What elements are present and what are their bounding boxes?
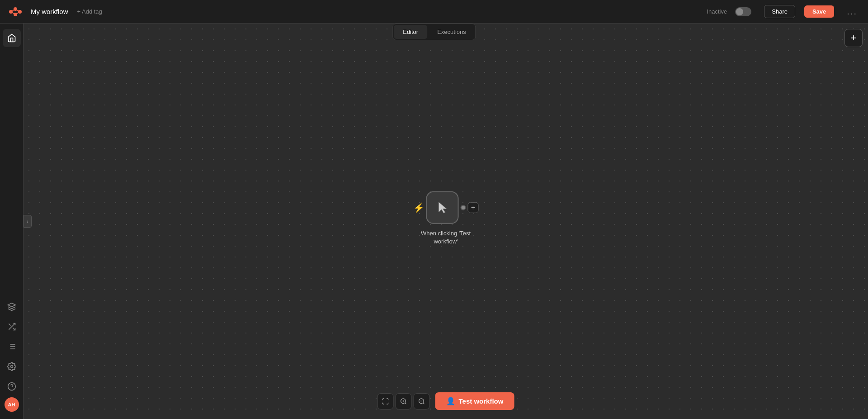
node-add-button[interactable]: + bbox=[468, 202, 479, 213]
bottom-toolbar: 👤 Test workflow bbox=[377, 392, 514, 410]
node-label: When clicking 'Test workflow' bbox=[414, 229, 477, 246]
zoom-in-button[interactable] bbox=[396, 393, 412, 409]
app-logo bbox=[7, 4, 24, 20]
sidebar-item-shuffle[interactable] bbox=[3, 318, 21, 336]
canvas-plus-icon: + bbox=[851, 32, 857, 44]
workflow-node-wrapper: ⚡ + When clicking 'Test workflow' bbox=[413, 191, 479, 246]
trigger-node[interactable] bbox=[426, 191, 459, 224]
share-button[interactable]: Share bbox=[764, 5, 795, 18]
add-tag-button[interactable]: + Add tag bbox=[74, 6, 106, 17]
sidebar-item-home[interactable] bbox=[3, 29, 21, 47]
save-button[interactable]: Save bbox=[804, 5, 834, 18]
svg-line-22 bbox=[405, 403, 406, 404]
test-workflow-icon: 👤 bbox=[446, 397, 455, 405]
main-area: AH › + ⚡ + When cl bbox=[0, 24, 868, 419]
canvas-add-button[interactable]: + bbox=[844, 29, 863, 47]
toggle-knob bbox=[736, 8, 743, 15]
zoom-out-button[interactable] bbox=[414, 393, 430, 409]
zoom-out-icon bbox=[418, 398, 425, 405]
inactive-label: Inactive bbox=[707, 8, 727, 15]
sidebar-item-list[interactable] bbox=[3, 338, 21, 356]
sidebar-item-settings[interactable] bbox=[3, 357, 21, 376]
avatar-initials: AH bbox=[8, 402, 15, 407]
sidebar-item-help[interactable] bbox=[3, 377, 21, 395]
user-avatar[interactable]: AH bbox=[5, 397, 19, 412]
node-add-icon: + bbox=[471, 204, 475, 212]
fit-view-button[interactable] bbox=[377, 393, 394, 409]
test-workflow-button[interactable]: 👤 Test workflow bbox=[435, 392, 514, 410]
zoom-controls bbox=[377, 393, 430, 409]
svg-marker-8 bbox=[8, 303, 15, 307]
tab-executions[interactable]: Executions bbox=[428, 24, 475, 40]
workflow-title: My workflow bbox=[31, 8, 68, 15]
tab-editor[interactable]: Editor bbox=[394, 25, 427, 39]
more-options-button[interactable]: ... bbox=[843, 5, 861, 19]
cursor-icon bbox=[435, 200, 450, 215]
sidebar-item-layers[interactable] bbox=[3, 298, 21, 316]
topbar: My workflow + Add tag Inactive Share Sav… bbox=[0, 0, 868, 24]
tab-bar: Editor Executions bbox=[392, 24, 476, 40]
sidebar: AH bbox=[0, 24, 24, 419]
fit-icon bbox=[382, 398, 389, 405]
svg-point-18 bbox=[10, 366, 13, 368]
trigger-icon: ⚡ bbox=[413, 202, 425, 213]
svg-line-26 bbox=[423, 403, 425, 404]
active-toggle[interactable] bbox=[735, 7, 751, 16]
sidebar-toggle[interactable]: › bbox=[24, 215, 32, 228]
zoom-in-icon bbox=[400, 398, 407, 405]
node-connector bbox=[461, 205, 466, 210]
workflow-node-row: ⚡ + bbox=[413, 191, 479, 224]
canvas[interactable]: + ⚡ + When clicking 'Test workflow' bbox=[24, 24, 868, 419]
test-workflow-label: Test workflow bbox=[459, 397, 504, 405]
svg-line-11 bbox=[9, 324, 10, 325]
